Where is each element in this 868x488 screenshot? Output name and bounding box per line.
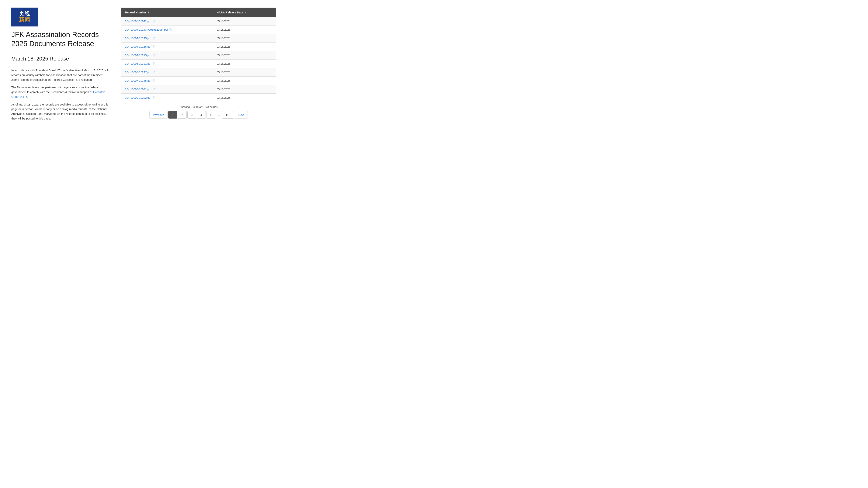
pdf-icon: 📄: [152, 37, 155, 40]
col-record-number[interactable]: Record Number ⇅: [121, 8, 213, 17]
release-date-cell: 03/18/2025: [213, 42, 276, 51]
table-row: 104-10004-10213.pdf 📄03/18/2025: [121, 51, 276, 60]
table-header-row: Record Number ⇅ NARA Release Date ⇅: [121, 8, 276, 17]
table-row: 104-10003-10041.pdf 📄03/18/2025: [121, 17, 276, 26]
record-link[interactable]: 104-10004-10156.pdf: [125, 45, 151, 48]
record-link[interactable]: 104-10005-10321.pdf: [125, 62, 151, 65]
release-date-cell: 03/18/2025: [213, 76, 276, 85]
record-link[interactable]: 104-10006-10247.pdf: [125, 71, 151, 74]
pdf-icon: 📄: [152, 62, 155, 65]
release-date-cell: 03/18/2025: [213, 60, 276, 68]
record-link[interactable]: 104-10004-10143.pdf: [125, 37, 151, 40]
pdf-icon: 📄: [152, 79, 155, 82]
release-date-cell: 03/18/2025: [213, 68, 276, 76]
pdf-icon: 📄: [169, 28, 172, 31]
page-layout: 央视 新闻 JFK Assassination Records – 2025 D…: [11, 7, 276, 124]
records-table: Record Number ⇅ NARA Release Date ⇅ 104-…: [121, 7, 276, 102]
pdf-icon: 📄: [152, 88, 155, 91]
logo-bottom-text: 新闻: [19, 17, 30, 23]
previous-button[interactable]: Previous: [149, 111, 167, 119]
showing-text: Showing 1 to 10 of 1,123 entries: [121, 105, 276, 108]
table-row: 104-10004-10156.pdf 📄03/18/2025: [121, 42, 276, 51]
right-panel: Record Number ⇅ NARA Release Date ⇅ 104-…: [121, 7, 276, 119]
release-date-cell: 03/18/2025: [213, 17, 276, 26]
record-number-cell: 104-10004-10143 (C06932208).pdf 📄: [121, 26, 213, 34]
table-row: 104-10006-10247.pdf 📄03/18/2025: [121, 68, 276, 76]
table-row: 104-10007-10345.pdf 📄03/18/2025: [121, 76, 276, 85]
page-1-button[interactable]: 1: [168, 111, 177, 119]
sort-icon-date: ⇅: [245, 11, 247, 14]
paragraph2: The National Archives has partnered with…: [11, 85, 110, 99]
release-date-cell: 03/18/2025: [213, 26, 276, 34]
release-date-cell: 03/18/2025: [213, 85, 276, 94]
page-5-button[interactable]: 5: [207, 111, 215, 119]
record-number-cell: 104-10003-10041.pdf 📄: [121, 17, 213, 26]
pdf-icon: 📄: [152, 71, 155, 74]
table-row: 104-10009-10021.pdf 📄03/18/2025: [121, 85, 276, 94]
next-button[interactable]: Next: [235, 111, 248, 119]
table-row: 104-10004-10143.pdf 📄03/18/2025: [121, 34, 276, 42]
record-link[interactable]: 104-10007-10345.pdf: [125, 79, 151, 82]
record-link[interactable]: 104-10003-10041.pdf: [125, 20, 151, 23]
paragraph3: As of March 18, 2025, the records are av…: [11, 102, 110, 121]
page-4-button[interactable]: 4: [197, 111, 206, 119]
record-link[interactable]: 104-10004-10143 (C06932208).pdf: [125, 28, 168, 31]
page-last-button[interactable]: 113: [222, 111, 234, 119]
pdf-icon: 📄: [152, 20, 155, 23]
page-2-button[interactable]: 2: [178, 111, 186, 119]
release-date-cell: 03/18/2025: [213, 94, 276, 102]
col-nara-date[interactable]: NARA Release Date ⇅: [213, 8, 276, 17]
logo: 央视 新闻: [11, 7, 38, 27]
record-link[interactable]: 104-10009-10021.pdf: [125, 88, 151, 91]
page-title: JFK Assassination Records – 2025 Documen…: [11, 30, 110, 48]
table-row: 104-10004-10143 (C06932208).pdf 📄03/18/2…: [121, 26, 276, 34]
record-number-cell: 104-10005-10321.pdf 📄: [121, 60, 213, 68]
divider: [11, 64, 110, 64]
logo-top-text: 央视: [19, 11, 30, 17]
sort-icon-record: ⇅: [148, 11, 150, 14]
page-3-button[interactable]: 3: [187, 111, 196, 119]
left-panel: 央视 新闻 JFK Assassination Records – 2025 D…: [11, 7, 110, 124]
record-number-cell: 104-10004-10213.pdf 📄: [121, 51, 213, 60]
release-date-cell: 03/18/2025: [213, 51, 276, 60]
release-date-cell: 03/18/2025: [213, 34, 276, 42]
record-link[interactable]: 104-10009-10222.pdf: [125, 96, 151, 99]
table-row: 104-10005-10321.pdf 📄03/18/2025: [121, 60, 276, 68]
pagination-ellipsis: ...: [216, 111, 221, 118]
table-row: 104-10009-10222.pdf 📄03/18/2025: [121, 94, 276, 102]
pagination: Previous 1 2 3 4 5 ... 113 Next: [121, 111, 276, 119]
pdf-icon: 📄: [152, 54, 155, 57]
paragraph1: In accordance with President Donald Trum…: [11, 68, 110, 82]
table-body: 104-10003-10041.pdf 📄03/18/2025104-10004…: [121, 17, 276, 102]
record-number-cell: 104-10007-10345.pdf 📄: [121, 76, 213, 85]
record-number-cell: 104-10004-10143.pdf 📄: [121, 34, 213, 42]
record-number-cell: 104-10006-10247.pdf 📄: [121, 68, 213, 76]
release-date-heading: March 18, 2025 Release: [11, 56, 110, 62]
record-number-cell: 104-10004-10156.pdf 📄: [121, 42, 213, 51]
record-number-cell: 104-10009-10222.pdf 📄: [121, 94, 213, 102]
record-number-cell: 104-10009-10021.pdf 📄: [121, 85, 213, 94]
pdf-icon: 📄: [152, 96, 155, 99]
pdf-icon: 📄: [152, 45, 155, 48]
record-link[interactable]: 104-10004-10213.pdf: [125, 54, 151, 57]
